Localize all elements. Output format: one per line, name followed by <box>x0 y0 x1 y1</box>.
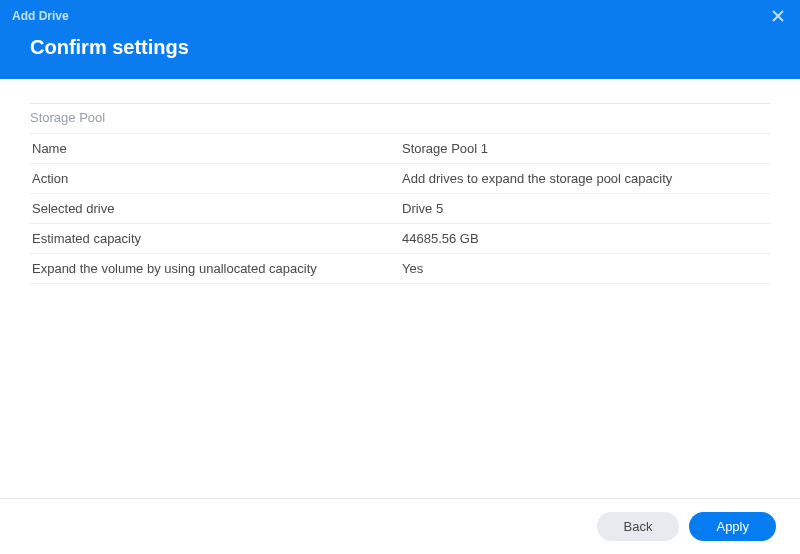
detail-value: Storage Pool 1 <box>400 134 770 164</box>
detail-label: Action <box>30 164 400 194</box>
detail-value: 44685.56 GB <box>400 224 770 254</box>
detail-label: Estimated capacity <box>30 224 400 254</box>
table-row: Estimated capacity 44685.56 GB <box>30 224 770 254</box>
table-row: Action Add drives to expand the storage … <box>30 164 770 194</box>
dialog-content: Storage Pool Name Storage Pool 1 Action … <box>0 79 800 284</box>
header-top-bar: Add Drive <box>0 0 800 26</box>
dialog-header: Add Drive Confirm settings <box>0 0 800 79</box>
page-title: Confirm settings <box>30 36 770 59</box>
detail-label: Selected drive <box>30 194 400 224</box>
details-table: Name Storage Pool 1 Action Add drives to… <box>30 133 770 284</box>
header-main: Confirm settings <box>0 26 800 79</box>
table-row: Selected drive Drive 5 <box>30 194 770 224</box>
close-button[interactable] <box>768 6 788 26</box>
detail-value: Yes <box>400 254 770 284</box>
detail-value: Add drives to expand the storage pool ca… <box>400 164 770 194</box>
dialog-footer: Back Apply <box>0 498 800 554</box>
apply-button[interactable]: Apply <box>689 512 776 541</box>
close-icon <box>772 10 784 22</box>
table-row: Name Storage Pool 1 <box>30 134 770 164</box>
detail-label: Name <box>30 134 400 164</box>
section-title: Storage Pool <box>30 103 770 133</box>
detail-label: Expand the volume by using unallocated c… <box>30 254 400 284</box>
back-button[interactable]: Back <box>597 512 680 541</box>
detail-value: Drive 5 <box>400 194 770 224</box>
table-row: Expand the volume by using unallocated c… <box>30 254 770 284</box>
window-title: Add Drive <box>12 9 69 23</box>
